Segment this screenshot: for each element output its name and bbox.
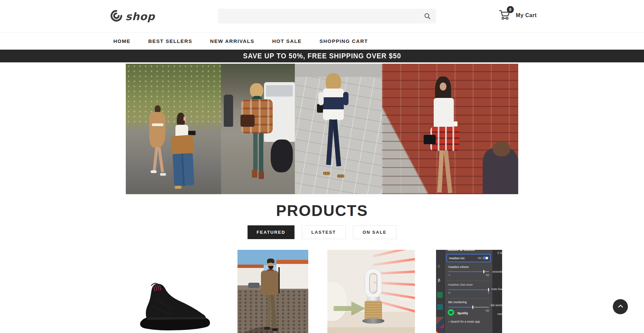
bg-text-fragment: note fea [491, 287, 502, 291]
bg-text-fragment: use [497, 312, 502, 316]
slider-knob-icon [472, 306, 473, 309]
cart-count-badge: 0 [507, 6, 514, 13]
slider-knob-icon [488, 288, 489, 291]
nav-item-hot-sale[interactable]: HOT SALE [272, 38, 302, 44]
hero-collage [126, 64, 518, 194]
product-cell [126, 250, 224, 333]
search-music-row: ⌕ Search for a music app [448, 320, 480, 324]
product-cell [224, 250, 322, 333]
bg-text-fragment: S & [497, 251, 502, 255]
decor-shape [440, 82, 446, 91]
headset-mic-state: On [478, 257, 482, 260]
decor-phone [183, 117, 186, 121]
toggle-on-icon [483, 257, 488, 260]
decor-shape [362, 318, 384, 324]
hero-photo-brick-wall[interactable] [382, 64, 518, 194]
decor-fan-body [365, 301, 382, 320]
home-icon: ⌂ [437, 263, 440, 268]
bg-text-fragment: essorie [492, 270, 502, 273]
decor-coffee-cup [454, 121, 458, 126]
product-image-street-outfit[interactable] [237, 250, 308, 333]
tab-lastest[interactable]: LASTEST [302, 225, 345, 239]
decor-car [248, 283, 260, 288]
sneaker-illustration [135, 279, 215, 333]
decor-shape [160, 173, 166, 176]
tab-on-sale[interactable]: ON SALE [353, 225, 396, 239]
tab-featured[interactable]: FEATURED [248, 225, 294, 239]
chat-mixer-slider [448, 289, 489, 290]
search-icon[interactable] [419, 9, 436, 23]
decor-shape [318, 92, 324, 105]
bg-text-fragment: ital assis [491, 303, 502, 307]
cart-icon [498, 16, 511, 22]
decor-thumbnail [436, 329, 444, 333]
promo-banner-text: SAVE UP TO 50%, FREE SHIPPING OVER $50 [243, 52, 401, 60]
decor-trash-bag [271, 140, 293, 172]
product-grid: ⌂ ||\ Audio & music Headset mic On Heads… [126, 250, 518, 333]
decor-shape [175, 186, 181, 189]
nav-item-shopping-cart[interactable]: SHOPPING CART [319, 38, 368, 44]
decor-shape [155, 105, 161, 113]
decor-colorblock-tee [323, 89, 344, 120]
decor-white-tee [434, 98, 454, 129]
spotify-icon [447, 309, 454, 317]
decor-thumbnail [436, 317, 444, 328]
product-cell [322, 250, 420, 333]
product-image-audio-settings[interactable]: ⌂ ||\ Audio & music Headset mic On Heads… [436, 250, 502, 333]
divider [447, 281, 490, 281]
decor-tweed-jacket [261, 271, 278, 295]
mic-monitoring-slider [448, 307, 489, 308]
decor-foliage [126, 64, 221, 124]
promo-banner: SAVE UP TO 50%, FREE SHIPPING OVER $50 [0, 50, 644, 62]
nav-item-home[interactable]: HOME [113, 38, 130, 44]
decor-lamp-post [278, 267, 280, 293]
hero-photo-plaid-poncho[interactable] [221, 64, 295, 194]
hero-photo-colorblock-tee[interactable] [295, 64, 382, 194]
decor-leopard-shoe [323, 172, 330, 175]
decor-shape [259, 171, 264, 179]
main-nav: HOME BEST SELLERS NEW ARRIVALS HOT SALE … [0, 33, 644, 50]
cart-label: My Cart [516, 12, 537, 18]
page: shop [0, 0, 644, 333]
headset-volume-label: Headset volume [448, 265, 469, 269]
logo-text: shop [125, 10, 155, 22]
decor-tile [437, 292, 443, 298]
decor-shape [252, 170, 257, 178]
decor-building [276, 260, 308, 289]
site-header: shop [0, 0, 644, 33]
logo[interactable]: shop [110, 9, 155, 23]
search-bar [218, 9, 436, 23]
search-input[interactable] [218, 9, 419, 23]
decor-fan-ring [365, 269, 382, 298]
chat-mixer-label: Headset chat mixer [448, 283, 473, 286]
headset-volume-slider [448, 271, 489, 272]
product-cell: ⌂ ||\ Audio & music Headset mic On Heads… [420, 250, 519, 333]
nav-item-new-arrivals[interactable]: NEW ARRIVALS [210, 38, 254, 44]
decor-black-bag [424, 135, 436, 144]
decor-handbag [240, 115, 255, 127]
headset-mic-row: Headset mic On [446, 254, 491, 262]
headset-mic-label: Headset mic [449, 257, 476, 260]
mic-monitoring-label: Mic monitoring [448, 300, 467, 304]
products-title: PRODUCTS [0, 202, 644, 220]
decor-shape [343, 92, 348, 105]
divider [447, 298, 490, 299]
audio-panel-title: Audio & music [447, 250, 488, 252]
decor-tile [437, 304, 443, 310]
decor-heat-ray [373, 258, 415, 266]
hero-photo-street-style-women[interactable] [126, 64, 221, 194]
spotify-row: Spotify [447, 309, 468, 317]
volume-min-max-icons: ◁◁))) [448, 274, 489, 276]
scroll-to-top-button[interactable] [613, 299, 628, 314]
product-image-black-sneaker[interactable] [127, 250, 222, 333]
cart[interactable]: 0 My Cart [498, 9, 537, 22]
decor-tan-dress [149, 112, 165, 148]
decor-shape [253, 133, 258, 170]
product-image-fan-heater[interactable] [327, 250, 415, 333]
chevron-up-icon [618, 304, 624, 309]
decor-shape [259, 133, 263, 171]
decor-clutch [188, 131, 196, 135]
chat-mixer-icons: 🗩𐀪 [448, 292, 489, 294]
nav-item-best-sellers[interactable]: BEST SELLERS [148, 38, 192, 44]
decor-shape [268, 266, 273, 269]
